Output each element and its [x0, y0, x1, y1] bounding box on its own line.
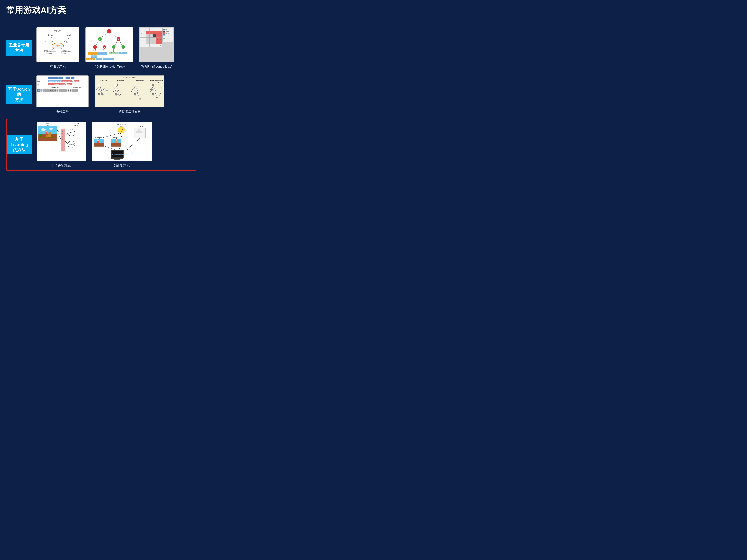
svg-point-259 — [115, 84, 118, 86]
svg-rect-303 — [46, 137, 48, 138]
svg-rect-300 — [38, 137, 41, 138]
svg-text:1: 1 — [157, 45, 158, 46]
svg-text:←: ← — [136, 131, 137, 133]
svg-rect-115 — [140, 34, 143, 37]
svg-text:1: 1 — [154, 29, 155, 31]
svg-text:Gene 3:3: Gene 3:3 — [74, 93, 79, 95]
svg-text:Patrol: Patrol — [122, 52, 124, 53]
svg-text:1: 1 — [151, 45, 152, 46]
svg-text:1: 1 — [95, 46, 95, 48]
svg-text:→: → — [140, 131, 142, 133]
svg-text:Chromosome: Chromosome — [37, 77, 45, 79]
svg-text:player is: player is — [55, 45, 60, 46]
svg-text:Tactic for State 3: Tactic for State 3 — [73, 87, 82, 88]
svg-point-271 — [134, 93, 136, 96]
svg-point-296 — [41, 128, 46, 131]
svg-text:1: 1 — [160, 29, 161, 31]
svg-text:State m: State m — [66, 77, 70, 79]
caption-mcts: 蒙特卡洛搜索树 — [119, 109, 141, 114]
svg-rect-308 — [48, 133, 49, 137]
svg-text:1: 1 — [160, 45, 161, 46]
svg-text:player is: player is — [63, 50, 67, 51]
svg-text:of sight: of sight — [45, 51, 48, 52]
svg-text:Repeated X times: Repeated X times — [124, 77, 136, 78]
svg-point-248 — [98, 84, 100, 86]
svg-text:...: ... — [72, 81, 73, 82]
label-search: 基于Search的 方法 — [6, 85, 32, 104]
svg-text:possible: possible — [74, 123, 79, 125]
svg-text:t: t — [122, 136, 122, 137]
svg-rect-128 — [143, 37, 147, 41]
svg-text:wander: wander — [47, 53, 52, 55]
caption-rl: 强化学习RL — [114, 164, 130, 168]
svg-text:1: 1 — [148, 45, 148, 46]
svg-text:4: 4 — [160, 32, 161, 34]
svg-point-269 — [132, 88, 135, 91]
svg-text:4: 4 — [157, 42, 158, 43]
svg-text:3: 3 — [154, 38, 155, 40]
svg-text:4: 4 — [123, 46, 124, 48]
svg-text:3: 3 — [154, 42, 155, 43]
svg-text:Action A: Action A — [137, 126, 143, 127]
svg-text:+: + — [46, 33, 47, 35]
card-ga: Chromosome Start State 1 State 2 ... Sta… — [36, 75, 88, 114]
svg-text:evade: evade — [67, 34, 71, 36]
svg-text:4: 4 — [154, 32, 155, 34]
svg-point-254 — [106, 88, 108, 91]
svg-point-297 — [49, 128, 53, 130]
diagram-im: ZONES Blocked Enemy Friend Neutral Actio… — [139, 27, 174, 62]
row-industry-content: healthpoints are low ⚡ evade + find aid … — [36, 27, 196, 69]
diagram-sl: input image possible actions — [37, 122, 86, 161]
svg-text:4: 4 — [157, 38, 158, 40]
svg-text:3: 3 — [61, 90, 62, 91]
svg-rect-301 — [41, 137, 43, 138]
svg-point-272 — [137, 93, 139, 96]
svg-text:Gene ID: Gene ID — [49, 84, 53, 85]
svg-text:4: 4 — [148, 32, 148, 34]
svg-text:1: 1 — [145, 32, 145, 34]
svg-text:1: 1 — [148, 29, 148, 31]
card-bt: 1 4 1 1 1 — [85, 27, 133, 69]
svg-text:5: 5 — [41, 90, 42, 91]
svg-text:⚔: ⚔ — [61, 52, 62, 54]
svg-text:3: 3 — [151, 35, 152, 37]
svg-text:1: 1 — [157, 29, 158, 31]
svg-text:t: t — [144, 125, 145, 126]
svg-text:healthpoints: healthpoints — [54, 29, 61, 31]
svg-text:4: 4 — [57, 90, 58, 91]
row-search: 基于Search的 方法 Chromosome Start State 1 St… — [6, 72, 196, 117]
svg-rect-346 — [94, 143, 104, 146]
svg-text:Backpropagation: Backpropagation — [150, 79, 163, 81]
svg-text:4: 4 — [151, 32, 152, 34]
svg-text:Parameter 1: Parameter 1 — [53, 84, 59, 85]
svg-point-253 — [104, 88, 106, 91]
page-title: 常用游戏AI方案 — [6, 5, 196, 16]
row-search-content: Chromosome Start State 1 State 2 ... Sta… — [36, 75, 196, 114]
svg-point-260 — [114, 88, 116, 91]
svg-point-348 — [97, 139, 99, 141]
svg-text:3: 3 — [148, 35, 148, 37]
diagram-fsm: healthpoints are low ⚡ evade + find aid … — [36, 27, 79, 62]
svg-rect-359 — [115, 159, 119, 159]
svg-rect-302 — [44, 137, 46, 138]
svg-text:Agent State S: Agent State S — [117, 124, 126, 126]
svg-text:found: found — [45, 41, 48, 42]
svg-text:convolutional neural net: convolutional neural net — [62, 129, 63, 141]
svg-text:Gene 1:1: Gene 1:1 — [41, 93, 45, 95]
svg-text:🚶: 🚶 — [46, 52, 47, 54]
svg-text:1: 1 — [109, 31, 109, 32]
label-learning: 基于Learning 的方法 — [7, 135, 32, 154]
caption-sl: 有监督学习SL — [51, 164, 71, 168]
svg-point-329 — [122, 129, 123, 130]
card-im: ZONES Blocked Enemy Friend Neutral Actio… — [139, 27, 174, 69]
svg-text:find aid: find aid — [48, 34, 53, 36]
svg-point-261 — [117, 88, 119, 91]
svg-text:Gene x.1: Gene x.1 — [62, 81, 67, 82]
svg-rect-305 — [51, 137, 53, 138]
svg-text:3: 3 — [151, 38, 152, 40]
svg-text:4: 4 — [99, 38, 100, 40]
svg-text:...: ... — [65, 84, 66, 85]
svg-text:4: 4 — [157, 32, 158, 34]
svg-point-299 — [46, 131, 47, 132]
diagram-rl: Agent State S a t — [92, 122, 152, 161]
